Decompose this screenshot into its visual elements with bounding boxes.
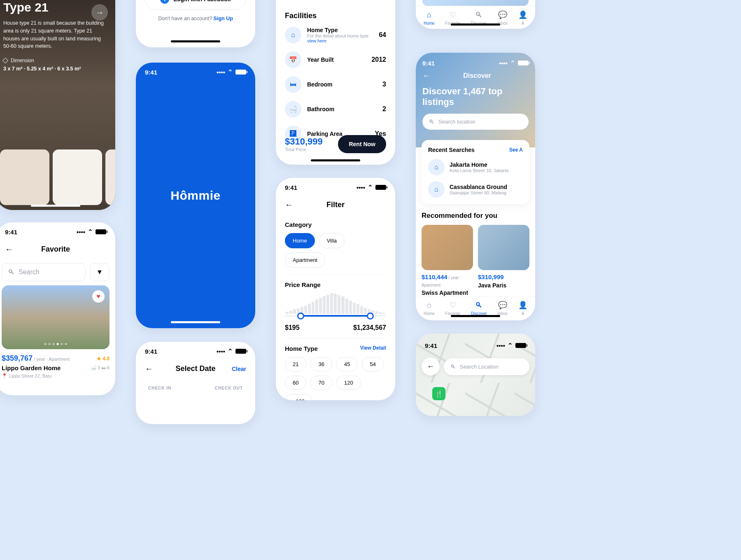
signup-prompt: Don't have an account? Sign Up bbox=[136, 16, 255, 21]
total-price: $310,999 bbox=[285, 136, 323, 147]
back-button[interactable]: ← bbox=[5, 245, 13, 254]
search-icon: 🔍︎ bbox=[429, 119, 434, 125]
property-detail-screen: 1 / 8 → Type 21 House type 21 is small b… bbox=[0, 0, 115, 210]
home-type-chip[interactable]: 36 bbox=[310, 357, 332, 371]
slider-handle-max[interactable] bbox=[367, 313, 374, 320]
rating: ★ 4.0 bbox=[97, 356, 110, 362]
home-indicator bbox=[171, 321, 220, 323]
total-label: Total Price bbox=[285, 147, 323, 152]
splash-screen: 9:41••••⌃ Hômmie bbox=[136, 63, 255, 328]
facility-row: 🛁Bathroom2 bbox=[285, 101, 386, 117]
favorite-screen: 9:41••••⌃ ← Favorite 🔍︎ Search ▼ ♥ $359,… bbox=[0, 222, 115, 395]
recent-search-item[interactable]: ⌂Jakarta HomeKota Lama Street 10, Jakart… bbox=[428, 159, 523, 175]
recent-search-item[interactable]: ⌂Cassablanca GroundSawojajar Street 90, … bbox=[428, 181, 523, 198]
filter-button[interactable]: ▼ bbox=[90, 263, 110, 281]
map-screen: 9:41••••⌃ ← 🔍︎ Search Location 🍴 bbox=[416, 334, 535, 416]
section-title: Facilities bbox=[285, 12, 386, 20]
slider-handle-min[interactable] bbox=[297, 313, 304, 320]
page-title: Favorite bbox=[41, 245, 70, 254]
back-button[interactable]: ← bbox=[285, 200, 293, 210]
heart-icon: ♡ bbox=[448, 10, 457, 19]
recent-searches-card: Recent Searches See A ⌂Jakarta HomeKota … bbox=[422, 140, 529, 204]
view-here-link[interactable]: view here bbox=[307, 38, 326, 43]
home-type-chip[interactable]: 60 bbox=[285, 376, 306, 390]
discover-headline: Discover 1,467 top listings bbox=[422, 86, 529, 108]
facility-icon: 🛏 bbox=[285, 76, 301, 93]
facility-icon: 🛁 bbox=[285, 101, 301, 117]
nav-account[interactable]: 👤A bbox=[518, 10, 527, 26]
app-logo: Hômmie bbox=[170, 189, 220, 203]
filter-screen: 9:41••••⌃ ← Filter Category HomeVillaApa… bbox=[276, 178, 395, 400]
home-icon: ⌂ bbox=[424, 301, 433, 310]
home-type-chip[interactable]: 54 bbox=[362, 357, 383, 371]
listing-price: $359,767 bbox=[2, 354, 33, 362]
next-image-button[interactable]: → bbox=[91, 4, 108, 21]
facility-row: ⌂Home TypeFor the detail about home type… bbox=[285, 27, 386, 43]
chat-icon: 💬 bbox=[498, 10, 507, 19]
search-input[interactable]: 🔍︎ Search location bbox=[422, 114, 529, 130]
home-indicator bbox=[451, 315, 500, 317]
dimension-label: Dimension bbox=[3, 58, 108, 63]
category-chip[interactable]: Villa bbox=[319, 233, 345, 248]
search-input[interactable]: 🔍︎ Search Location bbox=[444, 358, 529, 375]
signup-link[interactable]: Sign Up bbox=[214, 16, 233, 21]
price-max: $1,234,567 bbox=[353, 324, 386, 331]
nav-inbox[interactable]: 💬Inbox bbox=[498, 301, 508, 316]
login-screen-fragment: f Login with Facebook Don't have an acco… bbox=[136, 0, 255, 47]
recommended-card[interactable]: $310,999Java Paris bbox=[478, 225, 529, 296]
nav-home[interactable]: ⌂Home bbox=[424, 10, 435, 26]
amenities: 🛁 3 🛏 6 bbox=[91, 365, 110, 371]
discover-screen: 9:41••••⌃ ← Discover Discover 1,467 top … bbox=[416, 53, 535, 320]
home-type-label: Home TypeView Detail bbox=[285, 345, 386, 352]
dimension-icon bbox=[2, 58, 8, 63]
home-icon: ⌂ bbox=[428, 181, 445, 198]
recent-title: Recent Searches bbox=[428, 147, 475, 153]
home-icon: ⌂ bbox=[424, 10, 433, 19]
property-description: House type 21 is small because the build… bbox=[3, 19, 108, 50]
favorite-toggle[interactable]: ♥ bbox=[92, 290, 105, 303]
home-type-chip[interactable]: 120 bbox=[336, 376, 361, 390]
search-input[interactable]: 🔍︎ Search bbox=[2, 263, 86, 281]
back-button[interactable]: ← bbox=[145, 364, 153, 373]
fork-knife-icon: 🍴 bbox=[435, 390, 443, 398]
category-chip[interactable]: Home bbox=[285, 233, 315, 248]
home-indicator bbox=[451, 23, 500, 26]
price-min: $195 bbox=[285, 324, 300, 331]
bottom-nav: ⌂Home ♡Favorite 🔍︎Discover 💬Inbox 👤A bbox=[416, 296, 535, 317]
rent-now-button[interactable]: Rent Now bbox=[338, 135, 386, 153]
category-chip[interactable]: Apartment bbox=[285, 252, 325, 268]
home-type-chip[interactable]: 21 bbox=[285, 357, 306, 371]
see-all-link[interactable]: See A bbox=[509, 147, 523, 153]
search-icon: 🔍︎ bbox=[8, 268, 14, 276]
pin-icon: 📍 bbox=[2, 373, 7, 378]
nav-discover[interactable]: 🔍︎Discover bbox=[471, 301, 487, 316]
clear-button[interactable]: Clear bbox=[232, 366, 246, 372]
nav-account[interactable]: 👤A bbox=[518, 301, 527, 316]
home-icon: ⌂ bbox=[428, 159, 445, 175]
thumbnail[interactable] bbox=[0, 149, 49, 205]
view-detail-link[interactable]: View Detail bbox=[360, 345, 386, 351]
back-button[interactable]: ← bbox=[422, 71, 431, 80]
listing-name: Lippo Garden Home bbox=[2, 364, 61, 371]
facebook-icon: f bbox=[160, 0, 169, 4]
listing-card[interactable]: ♥ bbox=[2, 285, 110, 349]
home-type-chip[interactable]: >120 bbox=[285, 394, 312, 400]
filter-icon: ▼ bbox=[96, 268, 103, 276]
recommended-title: Recommended for you bbox=[422, 212, 529, 220]
thumbnail[interactable] bbox=[53, 149, 102, 205]
price-range-label: Price Range bbox=[285, 281, 386, 288]
heart-icon: ♡ bbox=[448, 301, 457, 310]
home-type-chip[interactable]: 45 bbox=[336, 357, 358, 371]
facebook-login-button[interactable]: f Login with Facebook bbox=[145, 0, 246, 10]
recommended-card[interactable]: $110,444 / year · ApartmentSwiss Apartme… bbox=[422, 225, 473, 296]
price-slider[interactable] bbox=[285, 312, 386, 320]
nav-favorite[interactable]: ♡Favorite bbox=[445, 301, 460, 316]
price-histogram bbox=[285, 293, 386, 314]
map-pin-restaurant[interactable]: 🍴 bbox=[432, 387, 445, 400]
thumbnail[interactable] bbox=[105, 149, 115, 205]
dimensions-value: 3 x 7 m² · 5.25 x 4 m² · 6 x 3.5 m² bbox=[3, 66, 108, 72]
nav-home[interactable]: ⌂Home bbox=[424, 301, 435, 316]
home-type-chip[interactable]: 70 bbox=[310, 376, 332, 390]
search-icon: 🔍︎ bbox=[474, 10, 483, 19]
back-button[interactable]: ← bbox=[422, 357, 440, 376]
